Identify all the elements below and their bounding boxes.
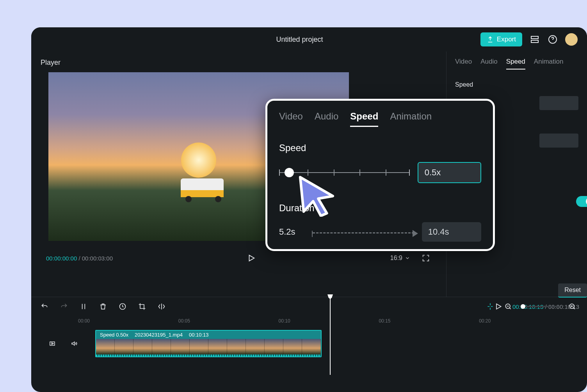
zoom-in-icon[interactable]: [567, 301, 578, 312]
track-audio-icon[interactable]: [69, 338, 80, 349]
tab-speed[interactable]: Speed: [506, 58, 525, 69]
speed-icon[interactable]: [117, 301, 128, 312]
float-tab-video[interactable]: Video: [279, 111, 303, 127]
float-tabs: Video Audio Speed Animation: [279, 111, 481, 127]
aspect-ratio-select[interactable]: 16:9: [390, 255, 410, 262]
zoom-out-icon[interactable]: [503, 301, 514, 312]
fullscreen-icon[interactable]: [420, 253, 431, 264]
play-button[interactable]: [246, 253, 257, 264]
split-icon[interactable]: [78, 301, 89, 312]
upload-icon: [487, 36, 494, 43]
track-visibility-icon[interactable]: [47, 338, 58, 349]
mirror-icon[interactable]: [156, 301, 167, 312]
speed-value-field[interactable]: [539, 96, 578, 110]
zoom-slider[interactable]: [521, 306, 560, 307]
duration-value-field[interactable]: [539, 134, 578, 148]
svg-rect-0: [531, 36, 538, 39]
timeline-tracks: Speed 0.50x 20230423195_1.mp4 00:10:13: [31, 326, 587, 365]
svg-marker-9: [52, 343, 54, 345]
float-tab-animation[interactable]: Animation: [390, 111, 432, 127]
export-button[interactable]: Export: [480, 32, 522, 46]
svg-rect-1: [531, 40, 538, 43]
avatar[interactable]: [565, 33, 578, 46]
topbar: Untitled project Export: [31, 27, 587, 52]
player-timecode: 00:00:00:00 / 00:00:03:00: [46, 255, 113, 262]
chevron-down-icon: [405, 255, 410, 261]
float-tab-speed[interactable]: Speed: [350, 111, 378, 127]
duration-to-input[interactable]: 10.4s: [422, 222, 481, 242]
help-icon[interactable]: [547, 34, 558, 45]
playhead[interactable]: [330, 297, 331, 375]
tab-animation[interactable]: Animation: [534, 58, 564, 69]
timeline: 00:00:10:13 / 00:00:10:13 00:00 00:05 00…: [31, 297, 587, 365]
duration-from: 5.2s: [279, 227, 305, 237]
delete-icon[interactable]: [98, 301, 109, 312]
pitch-toggle[interactable]: [576, 196, 587, 207]
tab-audio[interactable]: Audio: [480, 58, 497, 69]
tab-video[interactable]: Video: [455, 58, 472, 69]
speed-value-input[interactable]: 0.5x: [418, 162, 481, 183]
clip-speed-badge: Speed 0.50x: [100, 332, 128, 338]
duration-arrow-icon: [313, 232, 414, 233]
video-clip[interactable]: Speed 0.50x 20230423195_1.mp4 00:10:13: [95, 330, 322, 357]
timeline-ruler[interactable]: 00:00 00:05 00:10 00:15 00:20: [31, 316, 587, 326]
project-title[interactable]: Untitled project: [119, 36, 480, 44]
float-speed-label: Speed: [279, 143, 481, 153]
svg-marker-3: [249, 255, 254, 261]
inspector-speed-label: Speed: [455, 81, 578, 88]
float-tab-audio[interactable]: Audio: [315, 111, 338, 127]
undo-icon[interactable]: [39, 301, 50, 312]
timecode-total: 00:00:03:00: [82, 255, 113, 262]
redo-icon[interactable]: [59, 301, 69, 312]
crop-icon[interactable]: [137, 301, 148, 312]
cursor-pointer-icon: [295, 174, 338, 217]
layout-icon[interactable]: [529, 34, 540, 45]
reset-button[interactable]: Reset: [558, 283, 587, 298]
clip-duration: 00:10:13: [189, 332, 209, 338]
timecode-current: 00:00:00:00: [46, 255, 77, 262]
inspector-tabs: Video Audio Speed Animation: [455, 58, 578, 69]
snap-icon[interactable]: [485, 301, 496, 312]
timeline-toolbar: 00:00:10:13 / 00:00:10:13: [31, 297, 587, 316]
player-title: Player: [41, 59, 437, 67]
export-label: Export: [497, 36, 516, 43]
clip-filename: 20230423195_1.mp4: [135, 332, 183, 338]
